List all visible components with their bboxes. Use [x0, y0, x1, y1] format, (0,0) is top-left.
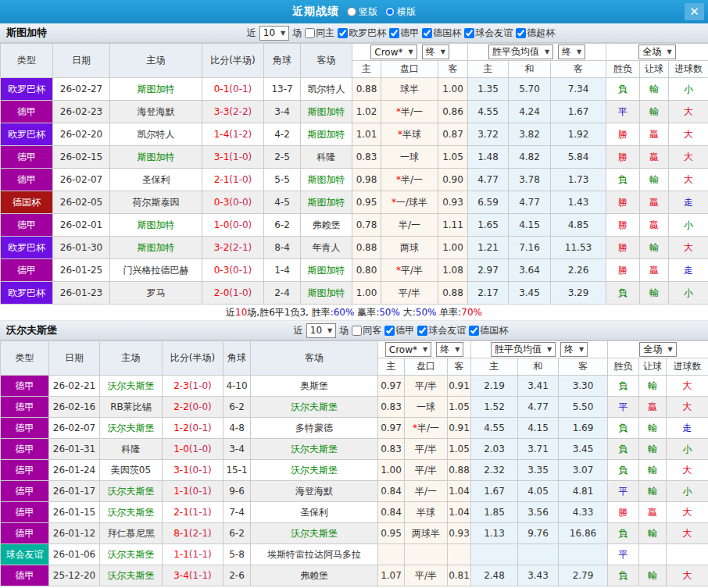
league-checkbox-input[interactable] — [422, 28, 432, 38]
match-score: 0-3(0-0) — [202, 191, 264, 214]
vertical-radio-input[interactable] — [347, 7, 356, 16]
col-header-home: 主场 — [100, 341, 163, 376]
same-venue-checkbox-label: 同主 — [316, 27, 334, 40]
result-wdl-value: 負 — [608, 418, 639, 439]
avg-odds-select[interactable]: 胜平负均值▼ — [491, 342, 556, 357]
col-header-score: 比分(半场) — [163, 341, 223, 376]
avg-odds-select-value: 胜平负均值 — [495, 343, 542, 356]
match-row: 欧罗巴杯26-02-20凯尔特人1-4(1-2)4-2斯图加特1.01*半球0.… — [1, 123, 708, 146]
section-header-bar: 沃尔夫斯堡近10▼场同客德甲球会友谊德国杯 — [0, 321, 708, 340]
match-score: 0-3(0-1) — [202, 259, 264, 282]
avg-draw-value: 4.15 — [518, 418, 559, 439]
fulltime-score: 3-4 — [173, 570, 189, 581]
league-checkbox-label: 德甲 — [400, 27, 419, 40]
odds-away-value — [448, 544, 471, 565]
sections-container: 斯图加特近10▼场同主欧罗巴杯德甲德国杯球会友谊德超杯类型日期主场比分(半场)角… — [0, 23, 708, 586]
handicap-text: 平/半 — [415, 570, 437, 581]
handicap-text: 半球 — [402, 129, 421, 140]
avg-away-value: 5.50 — [559, 397, 608, 418]
avg-away-value: 3.30 — [559, 376, 608, 397]
avg-home-value — [471, 544, 518, 565]
result-goals-value: 大 — [669, 169, 708, 191]
layout-option-horizontal[interactable]: 横版 — [385, 5, 416, 19]
league-checkbox-input[interactable] — [389, 28, 399, 38]
match-date: 26-01-30 — [53, 237, 110, 259]
avg-odds-select[interactable]: 胜平负均值▼ — [488, 45, 553, 59]
match-score: 1-4(1-2) — [202, 123, 264, 146]
league-checkbox[interactable]: 德国杯 — [469, 324, 508, 337]
match-date: 26-02-07 — [53, 169, 110, 191]
col-header-away: 客场 — [251, 341, 378, 376]
bookmaker-select[interactable]: Crow*▼ — [370, 45, 417, 59]
league-type-badge: 德甲 — [1, 502, 49, 523]
league-checkbox-input[interactable] — [417, 326, 427, 336]
recent-count-select[interactable]: 10▼ — [306, 323, 336, 338]
same-venue-checkbox[interactable]: 同客 — [352, 324, 381, 337]
league-checkbox-input[interactable] — [464, 28, 474, 38]
avg-group-header: 胜平负均值▼终▼ — [468, 44, 606, 61]
league-checkbox[interactable]: 欧罗巴杯 — [338, 27, 386, 40]
match-score: 1-0(0-0) — [202, 214, 264, 237]
col-header-date: 日期 — [53, 44, 110, 78]
league-checkbox[interactable]: 德超杯 — [516, 27, 555, 40]
odds-handicap-value: 一球 — [381, 146, 438, 169]
match-row: 德甲26-02-01斯图加特1-0(0-0)6-2弗赖堡0.78半/一1.111… — [1, 214, 708, 237]
layout-option-vertical[interactable]: 竖版 — [347, 5, 377, 19]
league-type-badge: 欧罗巴杯 — [1, 123, 53, 146]
match-filters: 近10▼场同客德甲球会友谊德国杯 — [200, 323, 508, 338]
away-team: 沃尔夫斯堡 — [251, 439, 378, 460]
team-name: 斯图加特 — [6, 26, 47, 40]
avg-draw-value: 3.64 — [509, 259, 551, 282]
col-header-result-goals: 进球数 — [667, 358, 708, 376]
home-team: RB莱比锡 — [100, 397, 163, 418]
league-checkbox-input[interactable] — [469, 326, 479, 336]
league-checkbox-input[interactable] — [516, 28, 526, 38]
bookmaker-select[interactable]: Crow*▼ — [385, 342, 431, 357]
match-row: 欧罗巴杯26-02-27斯图加特0-1(0-1)13-7凯尔特人0.88球半1.… — [1, 78, 708, 101]
fullmatch-select[interactable]: 全场▼ — [639, 342, 676, 357]
odds-handicap-value: 半/一 — [405, 481, 448, 502]
halftime-score: (1-0) — [189, 380, 212, 391]
bookmaker-select-value: Crow* — [374, 47, 402, 58]
final-select[interactable]: 终▼ — [422, 45, 449, 59]
same-venue-checkbox[interactable]: 同主 — [305, 27, 334, 40]
league-checkbox[interactable]: 德甲 — [389, 27, 419, 40]
final-select[interactable]: 终▼ — [436, 342, 463, 357]
avg-away-value: 1.92 — [551, 123, 606, 146]
halftime-score: (0-1) — [189, 422, 212, 433]
match-row: 德国杯26-02-05荷尔斯泰因0-3(0-0)4-5斯图加特0.95*一/球半… — [1, 191, 708, 214]
avg-group-selects: 胜平负均值▼终▼ — [472, 342, 606, 357]
match-date: 26-02-05 — [53, 191, 110, 214]
avg-away-value — [559, 544, 608, 565]
league-checkbox-input[interactable] — [384, 326, 395, 336]
fullmatch-select[interactable]: 全场▼ — [638, 45, 675, 59]
avg-home-value: 1.48 — [468, 146, 509, 169]
odds-home-value: 0.83 — [378, 439, 405, 460]
result-group-selects: 全场▼ — [607, 45, 707, 59]
corner-score: 7-4 — [223, 502, 251, 523]
league-checkbox[interactable]: 球会友谊 — [464, 27, 513, 40]
league-checkbox-input[interactable] — [338, 28, 348, 38]
league-checkbox[interactable]: 德国杯 — [422, 27, 461, 40]
odds-group-selects: Crow*▼终▼ — [353, 45, 467, 59]
close-icon[interactable]: ✕ — [685, 3, 704, 20]
match-score: 3-4(1-1) — [163, 565, 223, 586]
corner-score: 2-5 — [264, 146, 301, 169]
final-select[interactable]: 终▼ — [558, 45, 585, 59]
horizontal-radio-input[interactable] — [385, 7, 395, 16]
result-handicap-value: 贏 — [639, 397, 667, 418]
fulltime-score: 3-2 — [214, 242, 230, 253]
odds-home-value: 1.07 — [378, 565, 405, 586]
fulltime-score: 1-0 — [173, 444, 189, 454]
league-checkbox[interactable]: 德甲 — [384, 324, 414, 337]
same-venue-checkbox-input[interactable] — [352, 326, 362, 336]
col-header-home: 主场 — [110, 44, 202, 78]
league-checkbox[interactable]: 球会友谊 — [417, 324, 466, 337]
match-score: 2-3(1-0) — [163, 376, 223, 397]
odds-away-value: 0.81 — [448, 565, 471, 586]
final-select[interactable]: 终▼ — [560, 342, 588, 357]
recent-count-select[interactable]: 10▼ — [259, 26, 289, 41]
fulltime-score: 2-1 — [173, 507, 189, 518]
same-venue-checkbox-input[interactable] — [305, 28, 315, 38]
league-checkbox-label: 球会友谊 — [475, 27, 513, 40]
